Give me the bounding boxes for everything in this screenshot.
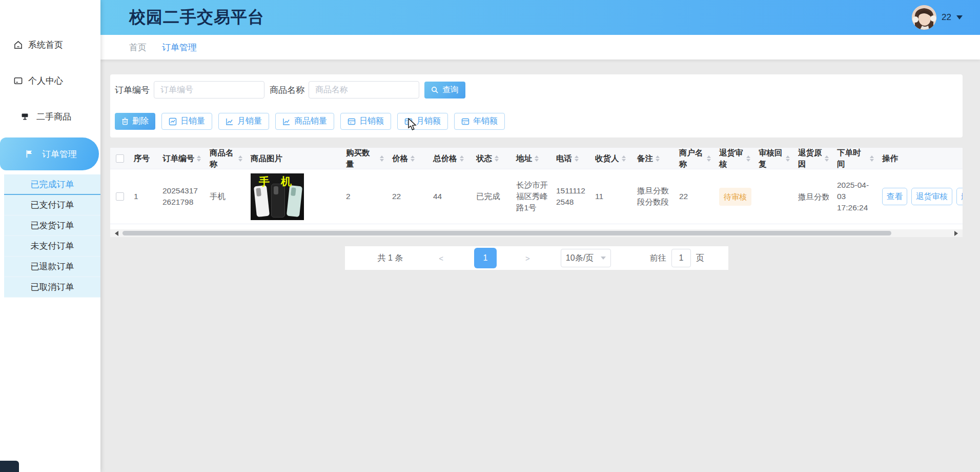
sort-caret-icon[interactable] — [460, 153, 464, 164]
header-cell: 状态 — [472, 153, 512, 164]
sort-caret-icon[interactable] — [535, 153, 539, 164]
yearly-amount-button[interactable]: 年销额 — [454, 113, 505, 130]
header-cell: 价格 — [388, 153, 429, 164]
header-cell-select — [110, 154, 130, 163]
chevron-down-icon[interactable] — [956, 15, 963, 23]
header-cell: 退货原因 — [794, 148, 833, 169]
row-checkbox[interactable] — [116, 192, 124, 201]
cell-phone: 15111122548 — [552, 185, 591, 207]
breadcrumb-current[interactable]: 订单管理 — [162, 42, 197, 53]
sort-caret-icon[interactable] — [380, 153, 384, 164]
header-cell: 退货审核 — [715, 148, 754, 169]
return-review-button[interactable]: 退货审核 — [911, 188, 952, 205]
order-no-input[interactable] — [154, 81, 264, 99]
header-cell: 备注 — [633, 153, 675, 164]
prev-page-button[interactable]: < — [439, 254, 443, 263]
table-row: 1 202543172621798 手机 手 机 2 22 44 已完成 长沙市… — [110, 169, 963, 224]
next-page-button[interactable]: > — [525, 254, 530, 263]
cell-index: 1 — [130, 191, 158, 202]
flag-icon — [25, 149, 34, 159]
product-volume-button[interactable]: 商品销量 — [275, 113, 334, 130]
sort-caret-icon[interactable] — [870, 153, 874, 164]
monthly-volume-button[interactable]: 月销量 — [218, 113, 269, 130]
sort-caret-icon[interactable] — [495, 153, 499, 164]
filter-row: 订单编号 商品名称 查询 — [115, 81, 958, 99]
sort-caret-icon[interactable] — [746, 153, 750, 164]
cell-status: 已完成 — [472, 191, 512, 202]
sidebar-item-orders[interactable]: 订单管理 — [0, 137, 99, 170]
sidebar-item-home[interactable]: 系统首页 — [0, 27, 100, 63]
user-menu[interactable]: 22 — [912, 5, 963, 30]
search-button[interactable]: 查询 — [424, 82, 465, 99]
breadcrumb: 首页 订单管理 — [100, 35, 980, 60]
header-cell: 操作 — [878, 153, 963, 164]
horizontal-scrollbar[interactable] — [110, 229, 963, 237]
submenu-item-shipped[interactable]: 已发货订单 — [4, 215, 100, 236]
submenu-item-unpaid[interactable]: 未支付订单 — [4, 236, 100, 257]
cell-receiver: 11 — [591, 191, 633, 202]
user-name[interactable]: 22 — [942, 12, 951, 23]
delete-button[interactable]: 删除 — [115, 113, 155, 130]
submenu-item-cancelled[interactable]: 已取消订单 — [4, 277, 100, 298]
cell-product-image: 手 机 — [247, 173, 342, 220]
monthly-amount-button[interactable]: 月销额 — [397, 113, 448, 130]
cell-return-review: 待审核 — [715, 188, 754, 206]
sort-caret-icon[interactable] — [622, 153, 626, 164]
scroll-right-icon[interactable] — [954, 231, 961, 236]
sort-caret-icon[interactable] — [825, 153, 829, 164]
scrollbar-thumb[interactable] — [122, 231, 891, 235]
sidebar-item-profile[interactable]: 个人中心 — [0, 63, 100, 99]
header-cell: 下单时间 — [833, 148, 878, 169]
submenu-item-paid[interactable]: 已支付订单 — [4, 195, 100, 215]
cell-quantity: 2 — [342, 191, 388, 202]
sidebar-menu: 系统首页 个人中心 二手商品 订单管理 已完成订单 已支付订单 已发货订单 未支… — [0, 0, 100, 298]
goto-label: 前往 — [650, 253, 666, 264]
card-icon — [348, 117, 356, 126]
daily-amount-button[interactable]: 日销额 — [340, 113, 391, 130]
goods-icon — [21, 112, 29, 121]
sidebar: 系统首页 个人中心 二手商品 订单管理 已完成订单 已支付订单 已发货订单 未支… — [0, 0, 100, 472]
sort-caret-icon[interactable] — [786, 153, 790, 164]
view-button[interactable]: 查看 — [882, 188, 907, 205]
card-icon — [404, 117, 413, 126]
corner-block — [0, 461, 19, 472]
orders-table: 序号 订单编号 商品名称 商品图片 购买数量 价格 总价格 状态 地址 电话 收… — [110, 148, 963, 237]
sort-caret-icon[interactable] — [197, 153, 201, 164]
sort-caret-icon[interactable] — [238, 153, 242, 164]
trend-chart-icon — [169, 117, 177, 126]
header-cell: 电话 — [552, 153, 591, 164]
page-title: 校园二手交易平台 — [129, 6, 264, 29]
daily-volume-button[interactable]: 日销量 — [161, 113, 212, 130]
filter-panel: 订单编号 商品名称 查询 删除 日销量 月销量 — [110, 74, 963, 137]
topbar: 校园二手交易平台 22 — [100, 0, 980, 35]
submenu-item-refunded[interactable]: 已退款订单 — [4, 257, 100, 277]
line-chart-icon — [226, 117, 234, 126]
sort-caret-icon[interactable] — [707, 153, 711, 164]
pagination: 共 1 条 < 1 > 10条/页 前往 页 — [345, 246, 728, 270]
cell-return-reason: 撒旦分数段 — [794, 169, 833, 224]
sort-caret-icon[interactable] — [656, 153, 660, 164]
page-number-button[interactable]: 1 — [474, 248, 497, 268]
cell-total-price: 44 — [429, 191, 472, 202]
row-delete-button[interactable]: 删除 — [956, 188, 963, 205]
header-cell: 序号 — [130, 153, 158, 164]
header-cell: 收货人 — [591, 153, 633, 164]
avatar[interactable] — [912, 5, 936, 30]
product-image[interactable]: 手 机 — [251, 173, 304, 220]
goto-page-input[interactable] — [671, 249, 691, 267]
cell-order-no: 202543172621798 — [158, 185, 206, 207]
sort-caret-icon[interactable] — [575, 153, 579, 164]
toolbar: 删除 日销量 月销量 商品销量 日销额 月销额 — [115, 113, 958, 130]
sort-caret-icon[interactable] — [411, 153, 415, 164]
header-cell: 审核回复 — [754, 148, 794, 169]
product-name-input[interactable] — [309, 81, 419, 99]
scroll-left-icon[interactable] — [112, 231, 118, 236]
sidebar-item-goods[interactable]: 二手商品 — [0, 99, 100, 134]
select-all-checkbox[interactable] — [116, 154, 124, 163]
cell-product-name: 手机 — [206, 191, 247, 202]
submenu-item-completed[interactable]: 已完成订单 — [4, 174, 100, 195]
chevron-down-icon — [601, 257, 606, 262]
status-badge: 待审核 — [719, 188, 751, 206]
breadcrumb-home[interactable]: 首页 — [129, 42, 147, 53]
page-size-select[interactable]: 10条/页 — [561, 249, 611, 267]
